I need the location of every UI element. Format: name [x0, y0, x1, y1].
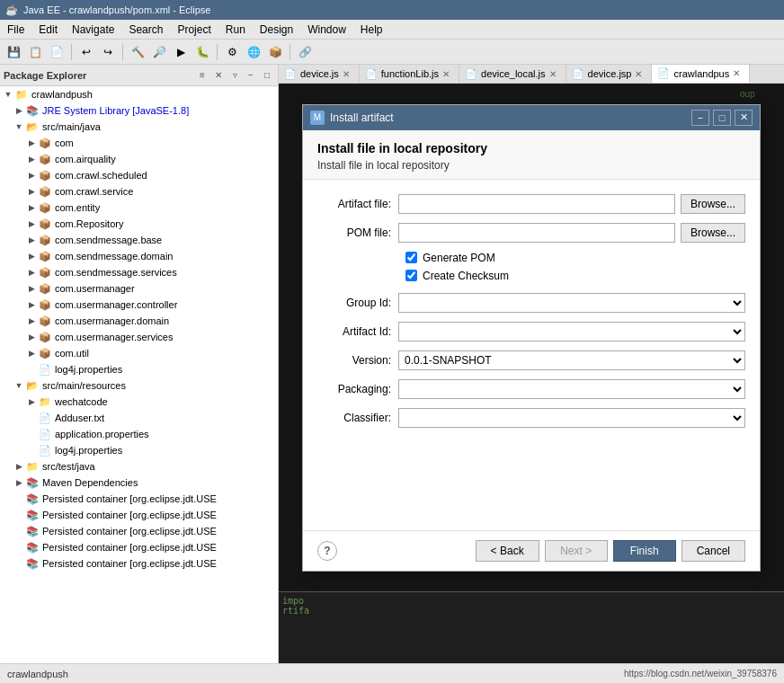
tree-jre[interactable]: ▶ 📚 JRE System Library [JavaSE-1.8]: [0, 102, 278, 119]
tree-persisted4[interactable]: ▶ 📚 Persisted container [org.eclipse.jdt…: [0, 539, 278, 555]
tab-functionlib-js[interactable]: 📄 functionLib.js ✕: [360, 65, 459, 83]
tree-persisted3[interactable]: ▶ 📚 Persisted container [org.eclipse.jdt…: [0, 523, 278, 539]
help-button[interactable]: ?: [317, 541, 337, 561]
tree-log4j-props[interactable]: ▶ 📄 log4j.properties: [0, 361, 278, 377]
group-id-select[interactable]: [398, 293, 745, 313]
generate-pom-label[interactable]: Generate POM: [423, 252, 495, 264]
toolbar-btn-6[interactable]: 🔨: [128, 42, 147, 62]
tree-root[interactable]: ▼ 📁 crawlandpush: [0, 86, 278, 102]
toolbar-btn-13[interactable]: 🔗: [295, 42, 315, 62]
tree-com-util[interactable]: ▶ 📦 com.util: [0, 345, 278, 361]
toolbar-btn-1[interactable]: 💾: [4, 42, 23, 62]
artifact-file-input[interactable]: [398, 194, 675, 214]
tab-device-js-close[interactable]: ✕: [343, 69, 350, 79]
tab-crawlandpush-close[interactable]: ✕: [733, 68, 740, 78]
tree-com-repository[interactable]: ▶ 📦 com.Repository: [0, 216, 278, 232]
tree-entity-arrow: ▶: [25, 201, 38, 214]
artifact-id-select[interactable]: [398, 322, 745, 342]
sidebar-min-icon[interactable]: −: [244, 68, 258, 83]
pom-file-browse-btn[interactable]: Browse...: [681, 223, 745, 243]
create-checksum-checkbox[interactable]: [405, 270, 417, 281]
menu-project[interactable]: Project: [170, 20, 218, 39]
tree-src-test-java[interactable]: ▶ 📁 src/test/java: [0, 458, 278, 475]
toolbar-btn-2[interactable]: 📋: [25, 42, 45, 62]
create-checksum-label[interactable]: Create Checksum: [423, 270, 509, 282]
modal-close-btn[interactable]: ✕: [735, 110, 753, 126]
toolbar-btn-5[interactable]: ↪: [98, 42, 118, 62]
tab-crawlandpush-icon: 📄: [657, 67, 670, 79]
menu-navigate[interactable]: Navigate: [65, 20, 121, 39]
sidebar: Package Explorer ≡ ✕ ▿ − □ ▼ 📁 crawlandp…: [0, 65, 279, 663]
tab-device-jsp-close[interactable]: ✕: [635, 69, 642, 79]
tree-src-arrow: ▼: [13, 120, 25, 133]
tab-device-js[interactable]: 📄 device.js ✕: [279, 65, 360, 83]
menu-help[interactable]: Help: [353, 20, 390, 39]
tree-persisted5[interactable]: ▶ 📚 Persisted container [org.eclipse.jdt…: [0, 555, 278, 572]
tab-functionlib-close[interactable]: ✕: [442, 69, 450, 79]
menu-search[interactable]: Search: [121, 20, 170, 39]
tree-com[interactable]: ▶ 📦 com: [0, 135, 278, 151]
tree-com-entity[interactable]: ▶ 📦 com.entity: [0, 200, 278, 216]
tab-crawlandpush[interactable]: 📄 crawlandpus ✕: [652, 65, 750, 83]
menu-design[interactable]: Design: [253, 20, 300, 39]
tree-com-sendmessage-base[interactable]: ▶ 📦 com.sendmessage.base: [0, 232, 278, 248]
toolbar-btn-10[interactable]: ⚙: [222, 42, 242, 62]
tree-com-usermanager-services[interactable]: ▶ 📦 com.usermanager.services: [0, 329, 278, 345]
menu-run[interactable]: Run: [218, 20, 253, 39]
toolbar-btn-4[interactable]: ↩: [76, 42, 96, 62]
tree-src-label: src/main/java: [42, 121, 101, 132]
tree-log4j-props2[interactable]: ▶ 📄 log4j.properties: [0, 442, 278, 458]
tree-persisted2[interactable]: ▶ 📚 Persisted container [org.eclipse.jdt…: [0, 507, 278, 523]
tree-com-crawl-service[interactable]: ▶ 📦 com.crawl.service: [0, 183, 278, 200]
cancel-button[interactable]: Cancel: [682, 540, 745, 562]
title-bar: ☕ Java EE - crawlandpush/pom.xml - Eclip…: [0, 0, 784, 20]
tree-src-main-java[interactable]: ▼ 📂 src/main/java: [0, 119, 278, 135]
tree-maven-icon: 📚: [25, 475, 40, 490]
toolbar-btn-9[interactable]: 🐛: [192, 42, 212, 62]
group-id-label-text: Group Id:: [346, 297, 391, 309]
modal-header-title: Install file in local repository: [317, 141, 745, 155]
sidebar-content: ▼ 📁 crawlandpush ▶ 📚 JRE System Library …: [0, 86, 278, 663]
toolbar-btn-7[interactable]: 🔎: [149, 42, 169, 62]
tree-com-usermanager-controller[interactable]: ▶ 📦 com.usermanager.controller: [0, 297, 278, 313]
generate-pom-checkbox[interactable]: [405, 252, 417, 263]
toolbar-btn-8[interactable]: ▶: [171, 42, 191, 62]
pom-file-input[interactable]: [398, 223, 675, 243]
menu-window[interactable]: Window: [300, 20, 353, 39]
toolbar-btn-11[interactable]: 🌐: [244, 42, 263, 62]
pom-file-label: POM file:: [317, 226, 398, 239]
sidebar-menu-icon[interactable]: ▿: [227, 68, 242, 83]
tree-com-sendmessage-domain[interactable]: ▶ 📦 com.sendmessage.domain: [0, 248, 278, 264]
tab-device-local-close[interactable]: ✕: [549, 69, 557, 79]
back-button[interactable]: < Back: [476, 540, 539, 562]
tree-maven-deps[interactable]: ▶ 📚 Maven Dependencies: [0, 475, 278, 491]
tab-device-jsp[interactable]: 📄 device.jsp ✕: [566, 65, 653, 83]
toolbar-btn-12[interactable]: 📦: [265, 42, 285, 62]
tree-com-airquality[interactable]: ▶ 📦 com.airquality: [0, 151, 278, 167]
menu-file[interactable]: File: [0, 20, 31, 39]
tree-com-crawl-scheduled[interactable]: ▶ 📦 com.crawl.scheduled: [0, 167, 278, 183]
sidebar-max-icon[interactable]: □: [260, 68, 274, 83]
menu-edit[interactable]: Edit: [31, 20, 65, 39]
tree-maven-label: Maven Dependencies: [42, 477, 138, 488]
tree-adduser[interactable]: ▶ 📄 Adduser.txt: [0, 410, 278, 426]
toolbar-btn-3[interactable]: 📄: [47, 42, 67, 62]
modal-restore-btn[interactable]: □: [713, 110, 731, 126]
tree-persisted1[interactable]: ▶ 📚 Persisted container [org.eclipse.jdt…: [0, 491, 278, 507]
tree-src-main-resources[interactable]: ▼ 📂 src/main/resources: [0, 377, 278, 394]
tree-app-props[interactable]: ▶ 📄 application.properties: [0, 426, 278, 442]
next-button[interactable]: Next >: [545, 540, 608, 562]
tree-com-usermanager[interactable]: ▶ 📦 com.usermanager: [0, 280, 278, 297]
tree-com-sendmessage-services[interactable]: ▶ 📦 com.sendmessage.services: [0, 264, 278, 280]
artifact-file-browse-btn[interactable]: Browse...: [681, 194, 745, 214]
version-select[interactable]: 0.0.1-SNAPSHOT: [398, 350, 745, 370]
packaging-select[interactable]: [398, 379, 745, 399]
classifier-select[interactable]: [398, 408, 745, 428]
modal-minimize-btn[interactable]: −: [691, 110, 709, 126]
sidebar-close-icon[interactable]: ✕: [211, 68, 226, 83]
tree-wechatcode[interactable]: ▶ 📁 wechatcode: [0, 394, 278, 410]
tree-com-usermanager-domain[interactable]: ▶ 📦 com.usermanager.domain: [0, 313, 278, 329]
sidebar-collapse-icon[interactable]: ≡: [195, 68, 209, 83]
tab-device-local-js[interactable]: 📄 device_local.js ✕: [459, 65, 566, 83]
finish-button[interactable]: Finish: [613, 540, 676, 562]
